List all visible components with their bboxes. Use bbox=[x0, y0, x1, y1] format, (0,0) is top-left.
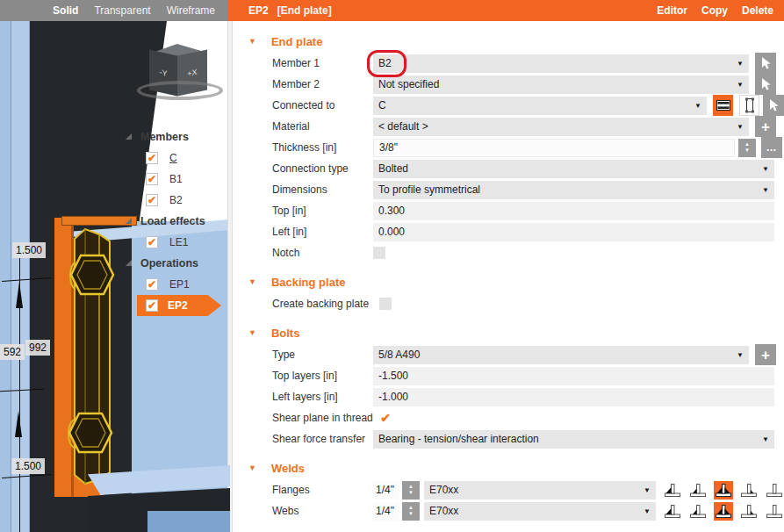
weld-fillet-both-sides-icon-selected[interactable] bbox=[714, 481, 733, 500]
bolt-top bbox=[67, 251, 116, 298]
bolt-type-dropdown[interactable]: 5/8 A490 ▼ bbox=[373, 346, 749, 364]
weld-fillet-left-icon[interactable] bbox=[663, 502, 682, 521]
weld-fillet-right-small-icon[interactable] bbox=[739, 481, 759, 500]
connection-type-dropdown[interactable]: Bolted ▼ bbox=[373, 160, 774, 178]
connected-to-dropdown[interactable]: C ▼ bbox=[373, 97, 707, 115]
shear-transfer-dropdown[interactable]: Bearing - tension/shear interaction ▼ bbox=[373, 430, 774, 449]
weld-butt-icon[interactable] bbox=[765, 502, 784, 521]
web-weld-size-stepper[interactable]: ▲ ▼ bbox=[402, 502, 420, 521]
weld-fillet-left-icon[interactable] bbox=[663, 481, 682, 500]
left-layers-input[interactable]: -1.000 bbox=[373, 388, 774, 406]
dimensions-dropdown[interactable]: To profile symmetrical ▼ bbox=[373, 181, 774, 199]
web-weld-size-input[interactable]: 1/4" bbox=[373, 502, 399, 521]
section-backing-plate[interactable]: ▼ Backing plate bbox=[248, 274, 784, 290]
flange-weld-size-stepper[interactable]: ▲ ▼ bbox=[402, 481, 420, 500]
shear-plane-checkbox[interactable]: ✔ bbox=[379, 412, 392, 424]
properties-panel: ▼ End plate Member 1 B2 ▼ Member 2 Not s… bbox=[233, 21, 784, 532]
navigation-cube-left-face[interactable]: -Y bbox=[149, 50, 177, 97]
weld-butt-icon[interactable] bbox=[765, 481, 784, 500]
plate-orientation-horizontal-button[interactable] bbox=[713, 95, 733, 116]
spin-down-icon: ▼ bbox=[408, 511, 414, 517]
pick-member-button[interactable] bbox=[755, 53, 776, 74]
operation-subtitle: [End plate] bbox=[277, 4, 332, 17]
spin-up-icon: ▲ bbox=[408, 505, 414, 511]
flange-electrode-dropdown[interactable]: E70xx ▼ bbox=[424, 481, 656, 500]
plate-vertical-icon bbox=[743, 97, 757, 113]
tree-item-b2[interactable]: ✔ B2 bbox=[119, 190, 230, 211]
pick-member-button[interactable] bbox=[763, 95, 784, 116]
copy-button[interactable]: Copy bbox=[701, 4, 728, 17]
view-mode-transparent-button[interactable]: Transparent bbox=[94, 4, 150, 17]
pick-member-button[interactable] bbox=[755, 74, 776, 95]
operation-header-bar: EP2 [End plate] Editor Copy Delete bbox=[227, 0, 784, 21]
spin-up-icon: ▲ bbox=[744, 141, 750, 147]
web-electrode-dropdown[interactable]: E70xx ▼ bbox=[424, 502, 656, 521]
navigation-cube-right-face[interactable]: +X bbox=[177, 49, 207, 96]
member1-dropdown[interactable]: B2 ▼ bbox=[373, 54, 749, 73]
section-collapse-icon[interactable]: ▼ bbox=[248, 37, 256, 46]
thickness-input[interactable]: 3/8" bbox=[373, 139, 735, 157]
row-connected-to: Connected to C ▼ bbox=[233, 95, 784, 116]
expander-icon[interactable] bbox=[126, 133, 132, 140]
tree-item-ep1[interactable]: ✔ EP1 bbox=[119, 274, 230, 295]
expander-icon[interactable] bbox=[126, 218, 132, 224]
ellipsis-icon: … bbox=[766, 141, 778, 154]
checkmark-icon: ✔ bbox=[380, 411, 391, 425]
tree-group-operations[interactable]: Operations bbox=[119, 253, 230, 274]
view-mode-toolbar: Solid Transparent Wireframe bbox=[0, 0, 227, 21]
add-material-button[interactable]: + bbox=[755, 116, 776, 137]
tree-group-members[interactable]: Members bbox=[119, 126, 230, 147]
left-input[interactable]: 0.000 bbox=[373, 223, 774, 241]
plate-orientation-vertical-button[interactable] bbox=[739, 95, 759, 116]
tree-item-ep2-selected[interactable]: ✔ EP2 bbox=[137, 295, 221, 316]
checkbox-checked-icon[interactable]: ✔ bbox=[146, 299, 158, 312]
scene-tree: Members ✔ C ✔ B1 ✔ B2 Load effects ✔ LE1… bbox=[119, 126, 230, 316]
thickness-more-button[interactable]: … bbox=[761, 137, 782, 158]
section-end-plate[interactable]: ▼ End plate bbox=[248, 33, 784, 49]
tree-item-le1[interactable]: ✔ LE1 bbox=[119, 232, 230, 253]
view-mode-solid-button[interactable]: Solid bbox=[53, 4, 78, 17]
row-shear-transfer: Shear force transfer Bearing - tension/s… bbox=[233, 428, 784, 449]
weld-fillet-right-small-icon[interactable] bbox=[739, 502, 759, 521]
chevron-down-icon: ▼ bbox=[762, 186, 769, 194]
web-weld-type-icons bbox=[663, 502, 784, 521]
top-input[interactable]: 0.300 bbox=[373, 202, 774, 220]
checkbox-checked-icon[interactable]: ✔ bbox=[146, 173, 158, 185]
checkbox-checked-icon[interactable]: ✔ bbox=[146, 236, 158, 248]
editor-button[interactable]: Editor bbox=[657, 4, 687, 17]
delete-button[interactable]: Delete bbox=[742, 4, 773, 17]
3d-viewport[interactable]: 1.500 992 592 1.500 -Y +X Members ✔ C ✔ … bbox=[0, 21, 230, 532]
expander-icon[interactable] bbox=[126, 260, 132, 266]
flange-weld-size-input[interactable]: 1/4" bbox=[373, 481, 399, 500]
column-flange-strip bbox=[0, 21, 11, 532]
chevron-down-icon: ▼ bbox=[644, 507, 651, 515]
checkbox-checked-icon[interactable]: ✔ bbox=[146, 152, 158, 164]
section-bolts[interactable]: ▼ Bolts bbox=[248, 325, 784, 341]
row-create-backing-plate: Create backing plate bbox=[233, 293, 784, 314]
tree-item-c[interactable]: ✔ C bbox=[119, 147, 230, 169]
add-bolt-assembly-button[interactable]: + bbox=[755, 344, 776, 365]
chevron-down-icon: ▼ bbox=[694, 102, 701, 110]
navigation-cube[interactable]: -Y +X bbox=[137, 46, 225, 114]
tree-group-load-effects[interactable]: Load effects bbox=[119, 211, 230, 232]
section-collapse-icon[interactable]: ▼ bbox=[248, 328, 256, 337]
create-backing-plate-checkbox[interactable] bbox=[379, 298, 392, 310]
material-dropdown[interactable]: < default > ▼ bbox=[373, 118, 749, 136]
chevron-down-icon: ▼ bbox=[737, 81, 744, 89]
section-collapse-icon[interactable]: ▼ bbox=[248, 464, 256, 472]
section-welds[interactable]: ▼ Welds bbox=[248, 460, 784, 476]
notch-checkbox[interactable] bbox=[373, 247, 385, 259]
tree-item-b1[interactable]: ✔ B1 bbox=[119, 169, 230, 190]
member2-dropdown[interactable]: Not specified ▼ bbox=[373, 75, 749, 94]
weld-fillet-left-alt-icon[interactable] bbox=[688, 481, 708, 500]
weld-fillet-left-alt-icon[interactable] bbox=[688, 502, 708, 521]
top-layers-input[interactable]: -1.500 bbox=[373, 367, 774, 385]
checkbox-checked-icon[interactable]: ✔ bbox=[146, 194, 158, 206]
checkbox-checked-icon[interactable]: ✔ bbox=[146, 278, 158, 291]
view-mode-wireframe-button[interactable]: Wireframe bbox=[167, 4, 215, 17]
thickness-stepper[interactable]: ▲ ▼ bbox=[738, 139, 756, 157]
weld-fillet-both-sides-icon-selected[interactable] bbox=[714, 502, 733, 521]
chevron-down-icon: ▼ bbox=[762, 435, 769, 443]
section-collapse-icon[interactable]: ▼ bbox=[248, 277, 256, 286]
chevron-down-icon: ▼ bbox=[737, 123, 744, 131]
